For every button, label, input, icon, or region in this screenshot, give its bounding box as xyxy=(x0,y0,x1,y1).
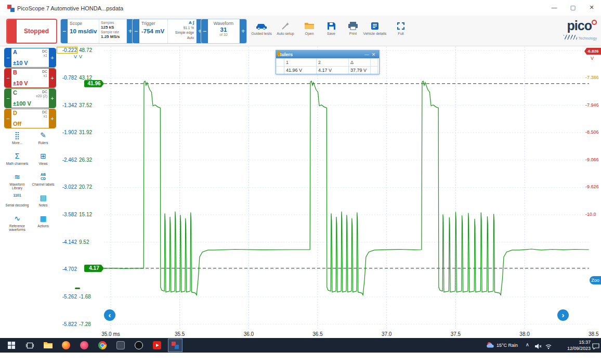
tool-label: Math channels xyxy=(6,162,28,165)
rulers-panel[interactable]: Rulers — ✕ 1 2 Δ 41.96 V 4.17 V 37.79 V xyxy=(276,50,380,74)
samples-panel[interactable]: Samples 125 kS Sample rate 1.25 MS/s xyxy=(99,19,127,43)
samples-value: 125 kS xyxy=(101,25,114,30)
right-axis-label: -10.0 xyxy=(585,212,601,217)
obs-icon[interactable] xyxy=(132,339,146,352)
clock[interactable]: 15:37 12/09/2023 xyxy=(567,339,591,352)
channel-a-button[interactable]: − A DC x1 ±10 V + xyxy=(4,48,56,68)
start-button[interactable] xyxy=(5,339,18,352)
task-view-button[interactable] xyxy=(23,339,36,352)
left-axis: -0.22248.72-0.78243.12-1.34237.52-1.9023… xyxy=(57,47,104,338)
tool-channel-labels[interactable]: AB CD Channel labels xyxy=(31,173,55,191)
weather-widget[interactable]: 15°C Rain xyxy=(486,338,518,353)
minimize-button[interactable]: — xyxy=(545,0,564,16)
rulers-minimize-button[interactable]: — xyxy=(363,52,370,57)
channel-d-button[interactable]: − D DC x1 Off + xyxy=(4,109,56,128)
axis-c-value: 20.72 xyxy=(79,184,103,190)
vehicle-details-button[interactable]: Vehicle details xyxy=(363,19,387,44)
channel-b-plus-button[interactable]: + xyxy=(49,69,56,87)
notes-icon: ▤ xyxy=(40,193,46,202)
channel-coupling: DC xyxy=(42,90,47,94)
channel-a-plus-button[interactable]: + xyxy=(49,48,56,67)
trigger-panel[interactable]: Trigger -754 mV xyxy=(139,19,168,43)
waveform-next-button[interactable]: + xyxy=(240,19,246,43)
channel-a-minus-button[interactable]: − xyxy=(5,48,11,67)
pico-wordmark: pico xyxy=(567,18,592,33)
rulers-table: 1 2 Δ 41.96 V 4.17 V 37.79 V xyxy=(276,58,379,74)
channel-d-minus-button[interactable]: − xyxy=(5,109,11,128)
axis-a-value: -5.262 xyxy=(57,294,77,300)
chrome-icon[interactable] xyxy=(96,339,109,352)
full-screen-button[interactable]: Full xyxy=(389,19,413,44)
left-axis-row: -5.262-1.68 xyxy=(57,294,104,300)
channel-b-axis-tag[interactable]: -6.826 xyxy=(584,48,601,55)
ruler-lock-button[interactable] xyxy=(371,66,378,74)
axis-a-value: -0.222 xyxy=(57,47,77,53)
picoscope-app-icon xyxy=(7,5,15,12)
zoom-overview-tab[interactable]: Zoo xyxy=(590,276,601,284)
app-icon-red[interactable] xyxy=(77,339,91,352)
tool-serial-decoding[interactable]: 1101 Serial decoding xyxy=(5,193,29,212)
notification-icon[interactable] xyxy=(592,342,599,352)
auto-setup-button[interactable]: Auto setup xyxy=(273,19,297,44)
picoscope-taskbar-icon[interactable] xyxy=(168,339,182,352)
network-icon[interactable] xyxy=(545,342,552,352)
pan-left-button[interactable]: ‹ xyxy=(104,309,115,321)
youtube-icon[interactable] xyxy=(150,339,164,352)
tool-actions[interactable]: ▦ Actions xyxy=(31,214,55,233)
close-button[interactable]: ✕ xyxy=(582,0,601,16)
ruler-handle-1[interactable]: 41.96 xyxy=(84,80,104,87)
channel-b-minus-button[interactable]: − xyxy=(5,69,11,87)
open-button[interactable]: Open xyxy=(297,19,321,44)
app-tab[interactable]: PicoScope 7 Automotive HONDA...psdata xyxy=(3,2,127,15)
timebase-decrease-button[interactable]: − xyxy=(61,19,68,43)
trigger-decrease-button[interactable]: − xyxy=(133,19,139,43)
axis-c-value: 37.52 xyxy=(79,102,103,108)
trigger-settings-panel[interactable]: A ∫ 51.1 % Simple edge Auto xyxy=(168,19,197,43)
tool-notes[interactable]: ▤ Notes xyxy=(31,193,55,212)
folder-icon xyxy=(44,342,53,349)
tool-views[interactable]: ⊞ Views xyxy=(31,152,55,171)
tool-math-channels[interactable]: Σ Math channels xyxy=(5,152,29,171)
x-axis-label: 36.0 xyxy=(244,331,254,337)
waveform-number: 31 xyxy=(208,26,239,33)
channel-c-button[interactable]: − C DC x20 (2) ±100 V + xyxy=(4,88,56,108)
save-button[interactable]: Save xyxy=(319,19,343,44)
tool-more[interactable]: ⣿ More... xyxy=(5,131,29,150)
channel-letter: B xyxy=(13,69,17,75)
rulers-close-button[interactable]: ✕ xyxy=(370,52,377,57)
axis-c-unit: V xyxy=(79,54,103,59)
stopped-button[interactable]: Stopped xyxy=(6,19,57,44)
timebase-panel[interactable]: Scope 10 ms/div xyxy=(68,19,99,43)
windows-logo-icon xyxy=(8,342,15,349)
rulers-panel-titlebar[interactable]: Rulers — ✕ xyxy=(276,50,379,58)
tool-waveform-library[interactable]: ≋ Waveform Library xyxy=(5,173,29,191)
tool-label: Reference waveforms xyxy=(5,224,29,231)
waveform-panel[interactable]: Waveform 31 of 32 xyxy=(208,19,240,43)
volume-icon[interactable] xyxy=(534,342,542,352)
tool-reference-waveforms[interactable]: ∿ Reference waveforms xyxy=(5,214,29,233)
waveform-label: Waveform xyxy=(208,19,239,26)
channel-c-minus-button[interactable]: − xyxy=(5,89,11,108)
firefox-icon[interactable] xyxy=(59,339,73,352)
left-axis-row: -4.1429.52 xyxy=(57,239,104,245)
right-axis-unit: V xyxy=(591,56,594,61)
file-explorer-icon[interactable] xyxy=(41,339,55,352)
channel-b-button[interactable]: − B DC x1 ±10 V + xyxy=(4,68,56,88)
right-axis-label: -7.386 xyxy=(585,75,601,80)
titlebar: PicoScope 7 Automotive HONDA...psdata — … xyxy=(0,0,601,16)
tool-rulers[interactable]: ✎ Rulers xyxy=(31,131,55,150)
print-button[interactable]: Print xyxy=(341,19,365,44)
channel-c-plus-button[interactable]: + xyxy=(49,89,56,108)
waveform-previous-button[interactable]: − xyxy=(201,19,208,43)
guided-tests-button[interactable]: Guided tests xyxy=(250,19,273,44)
ruler-handle-2[interactable]: 4.17 xyxy=(84,265,104,272)
pan-right-button[interactable]: › xyxy=(557,309,569,321)
channel-probe: x1 xyxy=(44,54,47,57)
tray-expand-button[interactable]: ∧ xyxy=(526,342,529,347)
sigma-icon: Σ xyxy=(15,152,20,161)
app-icon-dark[interactable] xyxy=(114,339,127,352)
maximize-button[interactable]: ▢ xyxy=(564,0,582,16)
axis-c-value: 26.32 xyxy=(79,157,103,163)
channel-d-plus-button[interactable]: + xyxy=(49,109,56,128)
scope-view[interactable]: Rulers — ✕ 1 2 Δ 41.96 V 4.17 V 37.79 V xyxy=(104,47,589,330)
